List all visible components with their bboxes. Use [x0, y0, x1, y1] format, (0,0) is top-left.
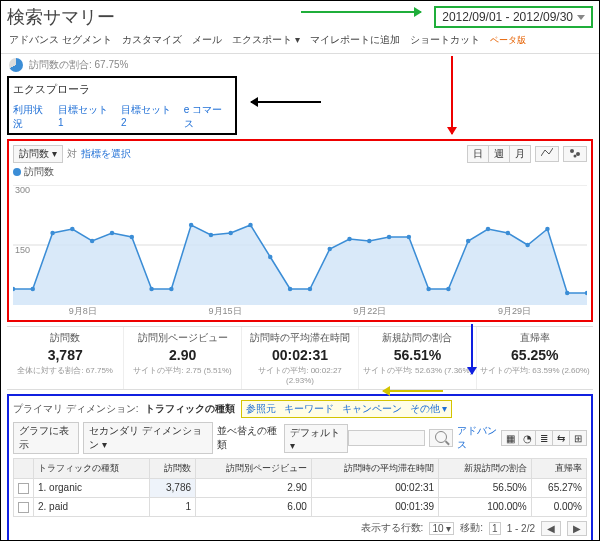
explorer-link-ecom[interactable]: e コマース [184, 103, 231, 131]
granularity-week[interactable]: 週 [488, 145, 510, 163]
cell-visits: 3,786 [149, 479, 195, 498]
explorer-link-usage[interactable]: 利用状況 [13, 103, 52, 131]
shortcut-button[interactable]: ショートカット [410, 33, 480, 47]
view-percentage-icon[interactable]: ◔ [518, 430, 536, 446]
subtab-campaign[interactable]: キャンペーン [342, 402, 402, 416]
scorecard-label: 新規訪問の割合 [361, 331, 473, 345]
goto-input[interactable]: 1 [489, 522, 501, 535]
svg-point-10 [110, 231, 115, 235]
chart-type-motion-icon[interactable] [563, 146, 587, 162]
table-panel: プライマリ ディメンション: トラフィックの種類 参照元 キーワード キャンペー… [7, 394, 593, 541]
scorecard-value: 00:02:31 [244, 347, 356, 363]
scorecard-value: 56.51% [361, 347, 473, 363]
svg-point-14 [189, 223, 194, 227]
ytick-150: 150 [15, 245, 30, 255]
row-checkbox[interactable] [18, 483, 29, 494]
explorer-link-goals2[interactable]: 目標セット 2 [121, 103, 178, 131]
annotation-arrow-black [251, 101, 321, 103]
granularity-group: 日 週 月 [468, 145, 531, 163]
advanced-segments-button[interactable]: アドバンス セグメント [9, 33, 112, 47]
vs-label: 対 [67, 147, 77, 161]
scorecard-sub: サイトの平均: 2.75 (5.51%) [126, 365, 238, 376]
th-bounce[interactable]: 直帰率 [531, 459, 586, 479]
export-button[interactable]: エクスポート ▾ [232, 33, 300, 47]
subtab-other[interactable]: その他 ▾ [410, 402, 448, 416]
granularity-month[interactable]: 月 [509, 145, 531, 163]
table-search-input[interactable] [348, 430, 424, 446]
svg-point-1 [576, 152, 580, 156]
view-data-table-icon[interactable]: ▦ [501, 430, 519, 446]
svg-point-31 [525, 243, 530, 247]
annotation-arrow-red [451, 56, 453, 134]
subtab-keyword[interactable]: キーワード [284, 402, 334, 416]
cell-new-visits: 56.50% [439, 479, 532, 498]
goto-label: 移動: [460, 521, 483, 535]
cell-bounce: 0.00% [531, 497, 586, 516]
view-comparison-icon[interactable]: ⇆ [552, 430, 570, 446]
table-row[interactable]: 1. organic3,7862.9000:02:3156.50%65.27% [14, 479, 587, 498]
svg-point-6 [31, 287, 36, 291]
svg-point-19 [288, 287, 293, 291]
svg-point-28 [466, 239, 471, 243]
th-new-visits[interactable]: 新規訪問の割合 [439, 459, 532, 479]
scorecard-sub: サイトの平均: 52.63% (7.36%) [361, 365, 473, 376]
add-to-dashboard-button[interactable]: マイレポートに追加 [310, 33, 400, 47]
email-button[interactable]: メール [192, 33, 222, 47]
explorer-tab[interactable]: エクスプローラ [13, 80, 231, 103]
table-search-button[interactable] [429, 429, 453, 447]
scorecard-value: 65.25% [479, 347, 591, 363]
scorecard-label: 訪問時の平均滞在時間 [244, 331, 356, 345]
plot-rows-button[interactable]: グラフに表示 [13, 422, 79, 454]
th-visits[interactable]: 訪問数 [149, 459, 195, 479]
cell-ppv: 2.90 [196, 479, 312, 498]
scorecard[interactable]: 訪問時の平均滞在時間00:02:31サイトの平均: 00:02:27 (2.93… [242, 327, 359, 389]
svg-point-0 [570, 149, 574, 153]
date-range-picker[interactable]: 2012/09/01 - 2012/09/30 [434, 6, 593, 28]
scorecard[interactable]: 訪問別ページビュー2.90サイトの平均: 2.75 (5.51%) [124, 327, 241, 389]
subtab-source[interactable]: 参照元 [246, 402, 276, 416]
svg-point-32 [545, 227, 550, 231]
view-pivot-icon[interactable]: ⊞ [569, 430, 587, 446]
primary-metric-selector[interactable]: 訪問数 ▾ [13, 145, 63, 163]
select-secondary-metric[interactable]: 指標を選択 [81, 147, 131, 161]
pie-icon [9, 58, 23, 72]
svg-point-21 [327, 247, 332, 251]
th-ppv[interactable]: 訪問別ページビュー [196, 459, 312, 479]
granularity-day[interactable]: 日 [467, 145, 489, 163]
advanced-filter-link[interactable]: アドバンス [457, 424, 498, 452]
th-traffic-type[interactable]: トラフィックの種類 [34, 459, 150, 479]
svg-point-24 [387, 235, 392, 239]
scorecard-value: 3,787 [9, 347, 121, 363]
svg-point-9 [90, 239, 95, 243]
cell-traffic-type: 1. organic [34, 479, 150, 498]
svg-point-16 [228, 231, 233, 235]
date-range-text: 2012/09/01 - 2012/09/30 [442, 10, 573, 24]
row-checkbox[interactable] [18, 502, 29, 513]
customize-button[interactable]: カスタマイズ [122, 33, 182, 47]
xtick-1: 9月15日 [209, 305, 242, 318]
visit-percent-row: 訪問数の割合: 67.75% [1, 54, 599, 76]
svg-point-20 [308, 287, 313, 291]
xtick-2: 9月22日 [353, 305, 386, 318]
scorecard[interactable]: 直帰率65.25%サイトの平均: 63.59% (2.60%) [477, 327, 593, 389]
secondary-dimension-selector[interactable]: セカンダリ ディメンション ▾ [83, 422, 213, 454]
table-row[interactable]: 2. paid16.0000:01:39100.00%0.00% [14, 497, 587, 516]
series-color-dot [13, 168, 21, 176]
line-chart[interactable]: 300 150 [13, 185, 587, 305]
svg-point-33 [565, 291, 570, 295]
prev-page-button[interactable]: ◀ [541, 521, 561, 536]
scorecard[interactable]: 新規訪問の割合56.51%サイトの平均: 52.63% (7.36%) [359, 327, 476, 389]
ytick-300: 300 [15, 185, 30, 195]
rows-per-page-select[interactable]: 10 ▾ [429, 522, 454, 535]
primary-dimension-value[interactable]: トラフィックの種類 [145, 402, 235, 416]
visit-percent-label: 訪問数の割合: 67.75% [29, 58, 128, 72]
th-duration[interactable]: 訪問時の平均滞在時間 [311, 459, 438, 479]
view-performance-icon[interactable]: ≣ [535, 430, 553, 446]
chart-type-line-icon[interactable] [535, 146, 559, 162]
next-page-button[interactable]: ▶ [567, 521, 587, 536]
svg-point-15 [209, 233, 214, 237]
svg-point-18 [268, 255, 273, 259]
scorecard[interactable]: 訪問数3,787全体に対する割合: 67.75% [7, 327, 124, 389]
explorer-link-goals1[interactable]: 目標セット 1 [58, 103, 115, 131]
sort-type-selector[interactable]: デフォルト ▾ [284, 424, 348, 453]
